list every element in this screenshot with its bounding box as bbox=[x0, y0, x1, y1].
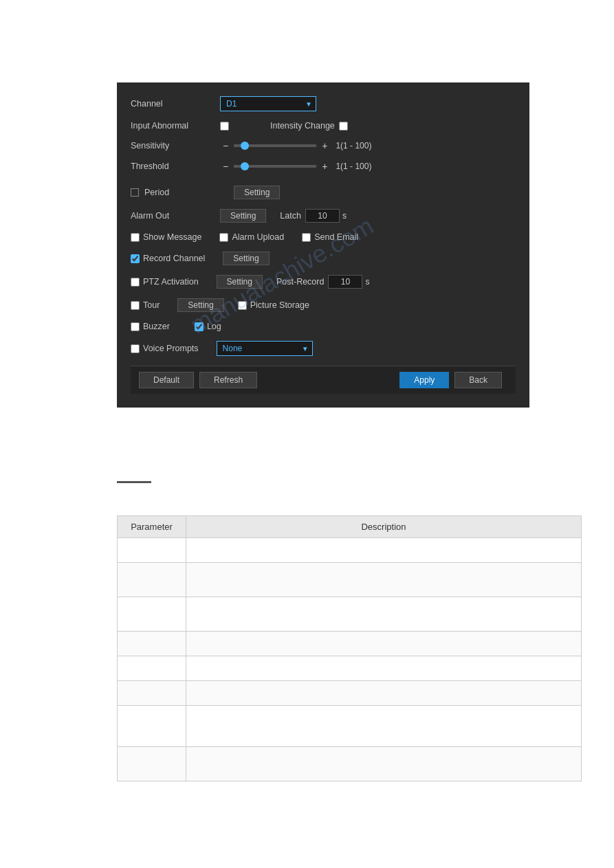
send-email-wrap: Send Email bbox=[302, 232, 358, 242]
table-row bbox=[118, 632, 582, 656]
sensitivity-label: Sensitivity bbox=[131, 141, 220, 151]
voice-prompts-dropdown-wrap[interactable]: None ▼ bbox=[217, 341, 313, 356]
sensitivity-track[interactable] bbox=[234, 144, 316, 147]
default-button[interactable]: Default bbox=[139, 372, 194, 388]
sensitivity-plus-icon[interactable]: + bbox=[322, 140, 327, 151]
table-row bbox=[118, 597, 582, 632]
refresh-button[interactable]: Refresh bbox=[199, 372, 257, 388]
hr-divider bbox=[117, 481, 151, 483]
send-email-checkbox[interactable] bbox=[302, 233, 311, 242]
log-checkbox[interactable] bbox=[195, 322, 204, 331]
send-email-label: Send Email bbox=[314, 232, 358, 242]
record-channel-checkbox[interactable] bbox=[131, 254, 140, 263]
threshold-row: Threshold − + 1(1 - 100) bbox=[131, 161, 516, 172]
table-cell-param bbox=[118, 656, 186, 681]
table-cell-param bbox=[118, 563, 186, 597]
voice-prompts-wrap: Voice Prompts bbox=[131, 344, 199, 353]
alarm-upload-checkbox[interactable] bbox=[219, 233, 228, 242]
table-cell-param bbox=[118, 747, 186, 781]
record-channel-wrap: Record Channel bbox=[131, 254, 205, 263]
threshold-track[interactable] bbox=[234, 165, 316, 168]
table-row bbox=[118, 538, 582, 563]
back-button[interactable]: Back bbox=[454, 372, 502, 388]
voice-prompts-select[interactable]: None bbox=[217, 341, 313, 356]
latch-input[interactable]: 10 bbox=[305, 209, 340, 223]
picture-storage-checkbox[interactable] bbox=[238, 301, 247, 310]
apply-button[interactable]: Apply bbox=[399, 372, 449, 388]
intensity-change-checkbox[interactable] bbox=[339, 122, 348, 131]
table-cell-param bbox=[118, 706, 186, 747]
buzzer-log-row: Buzzer Log bbox=[131, 322, 516, 331]
channel-dropdown-wrap[interactable]: D1 ▼ bbox=[220, 96, 316, 111]
sensitivity-slider-wrap: − + 1(1 - 100) bbox=[220, 140, 371, 151]
table-cell-desc bbox=[186, 632, 581, 656]
log-label: Log bbox=[207, 322, 221, 331]
tour-wrap: Tour bbox=[131, 300, 160, 310]
buzzer-wrap: Buzzer bbox=[131, 322, 170, 331]
channel-label: Channel bbox=[131, 99, 220, 109]
threshold-label: Threshold bbox=[131, 162, 220, 171]
picture-storage-label: Picture Storage bbox=[250, 300, 309, 310]
latch-unit: s bbox=[342, 211, 347, 221]
sensitivity-thumb[interactable] bbox=[241, 142, 249, 150]
table-cell-desc bbox=[186, 681, 581, 706]
table-cell-desc bbox=[186, 747, 581, 781]
record-channel-label: Record Channel bbox=[143, 254, 205, 263]
show-message-wrap: Show Message bbox=[131, 232, 201, 242]
sensitivity-minus-icon[interactable]: − bbox=[223, 140, 228, 151]
footer-bar: Default Refresh Apply Back bbox=[131, 366, 516, 394]
show-message-label: Show Message bbox=[143, 232, 201, 242]
record-channel-row: Record Channel Setting bbox=[131, 252, 516, 265]
table-row bbox=[118, 656, 582, 681]
table-cell-desc bbox=[186, 597, 581, 632]
tour-checkbox[interactable] bbox=[131, 301, 140, 310]
alarm-out-setting-button[interactable]: Setting bbox=[220, 209, 266, 223]
table-cell-param bbox=[118, 632, 186, 656]
table-row bbox=[118, 681, 582, 706]
latch-wrap: Latch 10 s bbox=[280, 209, 347, 223]
record-channel-setting-button[interactable]: Setting bbox=[223, 252, 269, 265]
log-wrap: Log bbox=[195, 322, 221, 331]
tour-row: Tour Setting Picture Storage bbox=[131, 298, 516, 312]
period-label: Period bbox=[144, 188, 234, 197]
post-record-unit: s bbox=[365, 277, 369, 287]
table-cell-desc bbox=[186, 656, 581, 681]
period-checkbox[interactable] bbox=[131, 188, 139, 197]
table-cell-desc bbox=[186, 563, 581, 597]
table-cell-param bbox=[118, 597, 186, 632]
ptz-setting-button[interactable]: Setting bbox=[217, 275, 263, 289]
table-header-param: Parameter bbox=[118, 516, 186, 538]
post-record-input[interactable]: 10 bbox=[328, 275, 362, 289]
show-message-checkbox[interactable] bbox=[131, 233, 140, 242]
threshold-minus-icon[interactable]: − bbox=[223, 161, 228, 172]
alarm-out-row: Alarm Out Setting Latch 10 s bbox=[131, 209, 516, 223]
alarm-upload-wrap: Alarm Upload bbox=[219, 232, 284, 242]
latch-label: Latch bbox=[280, 211, 301, 221]
table-row bbox=[118, 747, 582, 781]
channel-row: Channel D1 ▼ bbox=[131, 96, 516, 111]
channel-select[interactable]: D1 bbox=[220, 96, 316, 111]
table-row bbox=[118, 706, 582, 747]
period-setting-button[interactable]: Setting bbox=[234, 186, 280, 199]
ptz-activation-wrap: PTZ Activation bbox=[131, 277, 199, 287]
threshold-plus-icon[interactable]: + bbox=[322, 161, 327, 172]
threshold-thumb[interactable] bbox=[241, 162, 249, 170]
buzzer-label: Buzzer bbox=[143, 322, 170, 331]
table-cell-param bbox=[118, 538, 186, 563]
input-abnormal-checkbox[interactable] bbox=[220, 122, 229, 131]
tour-label: Tour bbox=[143, 300, 160, 310]
tour-setting-button[interactable]: Setting bbox=[177, 298, 223, 312]
settings-panel: Channel D1 ▼ Input Abnormal Intensity Ch… bbox=[117, 82, 529, 408]
table-cell-desc bbox=[186, 538, 581, 563]
input-abnormal-label: Input Abnormal bbox=[131, 121, 220, 131]
ptz-activation-checkbox[interactable] bbox=[131, 278, 140, 287]
intensity-change-label: Intensity Change bbox=[270, 121, 335, 131]
table-cell-param bbox=[118, 681, 186, 706]
picture-storage-wrap: Picture Storage bbox=[238, 300, 309, 310]
threshold-slider-wrap: − + 1(1 - 100) bbox=[220, 161, 371, 172]
voice-prompts-checkbox[interactable] bbox=[131, 344, 140, 353]
voice-prompts-row: Voice Prompts None ▼ bbox=[131, 341, 516, 356]
buzzer-checkbox[interactable] bbox=[131, 322, 140, 331]
ptz-activation-label: PTZ Activation bbox=[143, 277, 199, 287]
threshold-value: 1(1 - 100) bbox=[336, 162, 371, 171]
